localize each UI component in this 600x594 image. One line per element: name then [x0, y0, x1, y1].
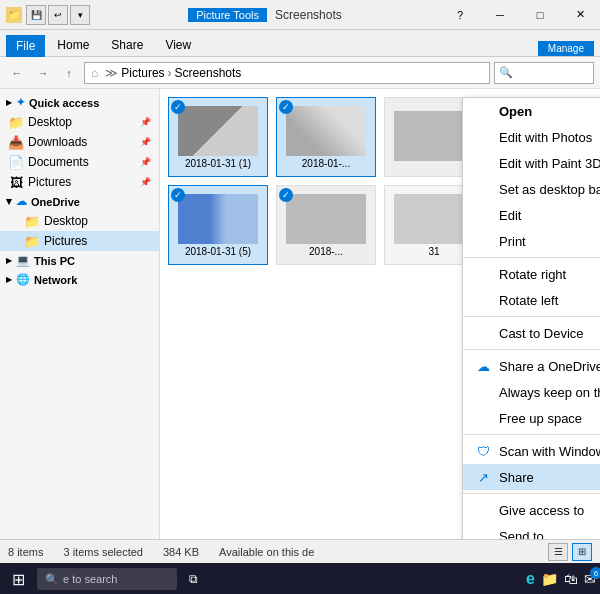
cm-edit-paint3d[interactable]: Edit with Paint 3D [463, 150, 600, 176]
tab-home[interactable]: Home [47, 34, 99, 56]
save-btn[interactable]: 💾 [26, 5, 46, 25]
cm-rotate-left[interactable]: Rotate left [463, 287, 600, 313]
maximize-button[interactable]: □ [520, 0, 560, 30]
check-5: ✓ [171, 188, 185, 202]
cm-scan-defender[interactable]: 🛡 Scan with Windows Defender... [463, 438, 600, 464]
back-button[interactable]: ← [6, 62, 28, 84]
search-placeholder: e to search [63, 573, 117, 585]
cm-edit-photos[interactable]: Edit with Photos [463, 124, 600, 150]
picture-tools-label: Picture Tools [188, 8, 267, 22]
sidebar-item-od-desktop-label: Desktop [44, 214, 151, 228]
thumb-label-2: 2018-01-... [302, 158, 350, 169]
onedrive-label: OneDrive [31, 196, 80, 208]
windows-icon: ⊞ [12, 570, 25, 589]
tab-view[interactable]: View [155, 34, 201, 56]
collapse-icon-od: ▾ [6, 195, 12, 208]
taskbar-search[interactable]: 🔍 e to search [37, 568, 177, 590]
details-view-btn[interactable]: ☰ [548, 543, 568, 561]
up-button[interactable]: ↑ [58, 62, 80, 84]
breadcrumb-screenshots[interactable]: Screenshots [175, 66, 242, 80]
onedrive-icon: ☁ [16, 195, 27, 208]
sidebar-item-desktop[interactable]: 📁 Desktop 📌 [0, 112, 159, 132]
cm-edit-icon [475, 207, 491, 223]
minimize-button[interactable]: ─ [480, 0, 520, 30]
quick-access-star: ✦ [16, 96, 25, 109]
tab-manage[interactable]: Manage [538, 41, 594, 56]
folder-button[interactable]: 📁 [541, 571, 558, 587]
thumb-label-7: 31 [428, 246, 439, 257]
cm-share-onedrive[interactable]: ☁ Share a OneDrive link [463, 353, 600, 379]
status-bar: 8 items 3 items selected 384 KB Availabl… [0, 539, 600, 563]
thumb-label-6: 2018-... [309, 246, 343, 257]
address-path[interactable]: ⌂ ≫ Pictures › Screenshots [84, 62, 490, 84]
close-button[interactable]: ✕ [560, 0, 600, 30]
cm-free-space[interactable]: Free up space [463, 405, 600, 431]
cm-rotate-right-icon [475, 266, 491, 282]
mail-button[interactable]: ✉ 6 [584, 571, 596, 587]
help-button[interactable]: ? [440, 0, 480, 30]
pin-icon: 📌 [140, 117, 151, 127]
store-button[interactable]: 🛍 [564, 571, 578, 587]
separator-4 [463, 434, 600, 435]
breadcrumb-pictures[interactable]: Pictures [121, 66, 164, 80]
sidebar-item-od-desktop[interactable]: 📁 Desktop [0, 211, 159, 231]
sidebar-item-pictures-label: Pictures [28, 175, 136, 189]
cm-edit[interactable]: Edit [463, 202, 600, 228]
file-thumb-6[interactable]: ✓ 2018-... [276, 185, 376, 265]
sidebar-item-downloads-label: Downloads [28, 135, 136, 149]
check-1: ✓ [171, 100, 185, 114]
collapse-icon-pc: ▸ [6, 254, 12, 267]
title-bar-left: 📁 💾 ↩ ▾ [0, 5, 90, 25]
sidebar-item-documents[interactable]: 📄 Documents 📌 [0, 152, 159, 172]
tiles-view-btn[interactable]: ⊞ [572, 543, 592, 561]
thumb-img-2 [286, 106, 366, 156]
cm-always-keep[interactable]: Always keep on this device [463, 379, 600, 405]
cm-send-to[interactable]: Send to ▶ [463, 523, 600, 539]
start-button[interactable]: ⊞ [4, 565, 33, 593]
cm-onedrive-icon: ☁ [475, 358, 491, 374]
file-thumb-2[interactable]: ✓ 2018-01-... [276, 97, 376, 177]
cm-cast[interactable]: Cast to Device ▶ [463, 320, 600, 346]
edge-button[interactable]: e [526, 570, 535, 588]
onedrive-header[interactable]: ▾ ☁ OneDrive [0, 192, 159, 211]
thumb-img-6 [286, 194, 366, 244]
cm-rotate-right[interactable]: Rotate right [463, 261, 600, 287]
cm-set-desktop[interactable]: Set as desktop background [463, 176, 600, 202]
file-thumb-5[interactable]: ✓ 2018-01-31 (5) [168, 185, 268, 265]
sidebar-item-od-pictures[interactable]: 📁 Pictures [0, 231, 159, 251]
file-thumb-1[interactable]: ✓ 2018-01-31 (1) [168, 97, 268, 177]
sidebar-item-desktop-label: Desktop [28, 115, 136, 129]
cm-share[interactable]: ↗ Share [463, 464, 600, 490]
undo-btn[interactable]: ↩ [48, 5, 68, 25]
cm-give-access[interactable]: Give access to ▶ [463, 497, 600, 523]
check-6: ✓ [279, 188, 293, 202]
cm-send-to-icon [475, 528, 491, 539]
dropdown-btn[interactable]: ▾ [70, 5, 90, 25]
thispc-icon: 💻 [16, 254, 30, 267]
store-icon: 🛍 [564, 571, 578, 587]
forward-button[interactable]: → [32, 62, 54, 84]
tab-file[interactable]: File [6, 35, 45, 57]
file-area: ✓ 2018-01-31 (1) ✓ 2018-01-... (4) ✓ [160, 89, 600, 539]
search-icon: 🔍 [499, 66, 513, 79]
search-box[interactable]: 🔍 [494, 62, 594, 84]
thispc-label: This PC [34, 255, 75, 267]
thumb-label-1: 2018-01-31 (1) [185, 158, 251, 169]
pictures-icon: 🖼 [8, 174, 24, 190]
tab-share[interactable]: Share [101, 34, 153, 56]
thispc-header[interactable]: ▸ 💻 This PC [0, 251, 159, 270]
cm-cast-icon [475, 325, 491, 341]
taskview-button[interactable]: ⧉ [181, 565, 206, 593]
sidebar-item-pictures[interactable]: 🖼 Pictures 📌 [0, 172, 159, 192]
network-header[interactable]: ▸ 🌐 Network [0, 270, 159, 289]
selected-count: 3 items selected [63, 546, 142, 558]
window-controls: ? ─ □ ✕ [440, 0, 600, 29]
quick-access-header[interactable]: ▸ ✦ Quick access [0, 93, 159, 112]
cm-open[interactable]: Open [463, 98, 600, 124]
cm-print[interactable]: Print [463, 228, 600, 254]
pin-icon-doc: 📌 [140, 157, 151, 167]
check-2: ✓ [279, 100, 293, 114]
taskbar-pinned-apps: e 📁 🛍 ✉ 6 [526, 570, 596, 588]
cm-free-space-icon [475, 410, 491, 426]
sidebar-item-downloads[interactable]: 📥 Downloads 📌 [0, 132, 159, 152]
